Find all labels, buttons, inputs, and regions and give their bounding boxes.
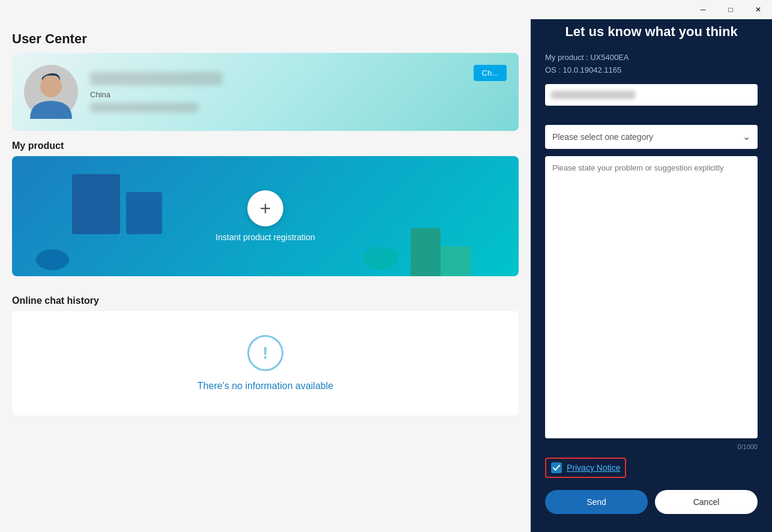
chat-section-title: Online chat history <box>0 286 531 311</box>
avatar <box>24 65 78 119</box>
email-blurred <box>551 91 635 99</box>
user-details: China <box>90 72 507 112</box>
decor-shape-2 <box>126 192 162 234</box>
user-info-section: China Ch... <box>12 53 519 131</box>
product-banner: + Instant product registration <box>12 156 519 276</box>
privacy-row: Privacy Notice <box>545 458 626 478</box>
product-info: My product : UX5400EA OS : 10.0.19042.11… <box>545 52 758 77</box>
add-product-label: Instant product registration <box>216 232 315 242</box>
add-product-button[interactable]: + <box>247 190 283 226</box>
category-dropdown[interactable]: Please select one category ⌄ <box>545 125 758 149</box>
privacy-checkbox[interactable] <box>551 462 562 473</box>
close-button[interactable]: ✕ <box>744 0 772 19</box>
decor-shape-5 <box>36 249 69 270</box>
exclamation-icon: ! <box>247 335 283 371</box>
no-info-text: There's no information available <box>198 381 333 391</box>
send-button[interactable]: Send <box>545 490 648 514</box>
privacy-notice-link[interactable]: Privacy Notice <box>567 463 620 473</box>
char-count: 0/1000 <box>545 443 758 450</box>
email-display-field <box>545 84 758 106</box>
change-button[interactable]: Ch... <box>474 65 507 81</box>
minimize-button[interactable]: ─ <box>689 0 717 19</box>
title-bar: ─ □ ✕ <box>0 0 772 19</box>
feedback-textarea[interactable] <box>545 156 758 438</box>
left-panel: User Center China Ch... My product + I <box>0 19 531 532</box>
chevron-down-icon: ⌄ <box>743 131 750 142</box>
my-product-title: My product <box>0 131 531 156</box>
user-country: China <box>90 90 507 99</box>
decor-shape-4 <box>411 228 441 276</box>
bottom-buttons: Send Cancel <box>531 490 772 532</box>
decor-shape-1 <box>72 174 120 234</box>
svg-point-1 <box>40 76 62 97</box>
cancel-button[interactable]: Cancel <box>655 490 758 514</box>
user-name-blurred <box>90 72 222 85</box>
chat-section: ! There's no information available <box>12 311 519 416</box>
os-line: OS : 10.0.19042.1165 <box>545 64 758 77</box>
decor-shape-6 <box>363 246 399 270</box>
user-email-blurred <box>90 103 198 112</box>
maximize-button[interactable]: □ <box>717 0 744 19</box>
textarea-wrapper <box>545 156 758 441</box>
page-title: User Center <box>0 19 531 53</box>
category-placeholder: Please select one category <box>552 132 653 142</box>
panel-title: Let us know what you think <box>545 24 758 40</box>
product-line: My product : UX5400EA <box>545 52 758 64</box>
right-panel: Let us know what you think My product : … <box>531 0 772 532</box>
form-area: Please select one category ⌄ 0/1000 Priv… <box>531 125 772 490</box>
no-info-area: ! There's no information available <box>12 311 519 416</box>
